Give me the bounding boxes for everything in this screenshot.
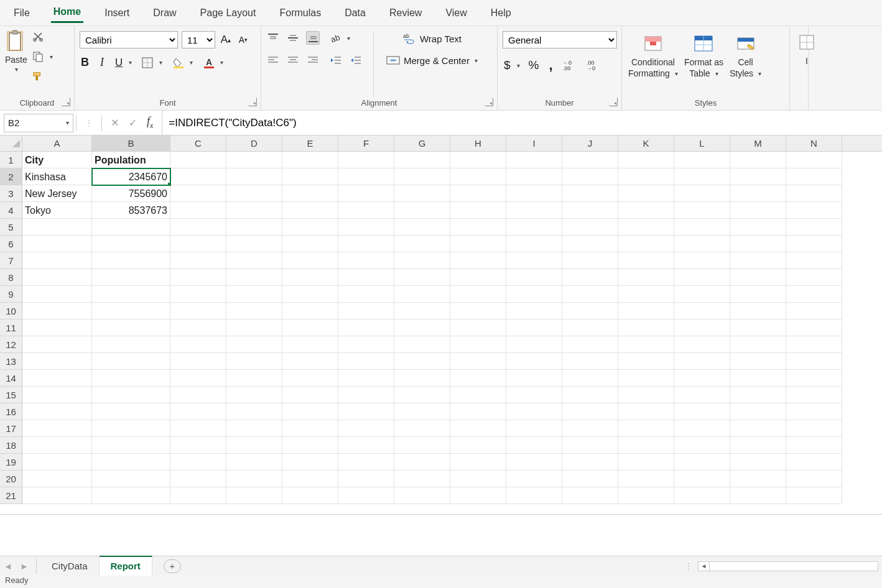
cell-N16[interactable] <box>786 403 842 420</box>
cell-M4[interactable] <box>730 202 786 219</box>
cell-I16[interactable] <box>506 403 562 420</box>
add-sheet-button[interactable]: + <box>164 559 181 573</box>
cell-A21[interactable] <box>22 487 92 504</box>
cell-I9[interactable] <box>506 286 562 303</box>
cell-L20[interactable] <box>674 471 730 487</box>
cell-D6[interactable] <box>226 236 282 252</box>
cell-N17[interactable] <box>786 420 842 437</box>
cell-I7[interactable] <box>506 252 562 269</box>
cell-D19[interactable] <box>226 454 282 471</box>
cell-J11[interactable] <box>562 319 618 336</box>
cell-C20[interactable] <box>170 471 226 487</box>
cell-H6[interactable] <box>450 236 506 252</box>
currency-button[interactable]: $ <box>503 57 512 73</box>
cell-K8[interactable] <box>618 269 674 286</box>
cell-A18[interactable] <box>22 437 92 454</box>
cell-E5[interactable] <box>282 219 338 236</box>
cell-M9[interactable] <box>730 286 786 303</box>
row-header-2[interactable]: 2 <box>0 168 22 185</box>
cell-L3[interactable] <box>674 185 730 202</box>
cell-F19[interactable] <box>338 454 394 471</box>
cell-H10[interactable] <box>450 303 506 319</box>
cell-H3[interactable] <box>450 185 506 202</box>
cell-K10[interactable] <box>618 303 674 319</box>
cell-K6[interactable] <box>618 236 674 252</box>
cell-C21[interactable] <box>170 487 226 504</box>
cell-H19[interactable] <box>450 454 506 471</box>
decrease-indent-button[interactable] <box>328 53 342 67</box>
cell-styles-button[interactable]: Cell Styles▾ <box>728 30 763 80</box>
cell-F7[interactable] <box>338 252 394 269</box>
chevron-down-icon[interactable]: ▾ <box>15 66 18 73</box>
cell-A16[interactable] <box>22 403 92 420</box>
cell-G17[interactable] <box>394 420 450 437</box>
cell-N20[interactable] <box>786 471 842 487</box>
cell-M6[interactable] <box>730 236 786 252</box>
sheet-tab-report[interactable]: Report <box>100 556 152 576</box>
cell-M7[interactable] <box>730 252 786 269</box>
cell-B2[interactable]: 2345670 <box>92 168 170 185</box>
percent-button[interactable]: % <box>527 57 541 73</box>
tab-help[interactable]: Help <box>488 4 514 22</box>
cell-F9[interactable] <box>338 286 394 303</box>
cell-G1[interactable] <box>394 152 450 168</box>
cell-A17[interactable] <box>22 420 92 437</box>
cell-B12[interactable] <box>92 336 170 353</box>
cell-E6[interactable] <box>282 236 338 252</box>
cell-F12[interactable] <box>338 336 394 353</box>
cell-N19[interactable] <box>786 454 842 471</box>
cell-H1[interactable] <box>450 152 506 168</box>
cell-G19[interactable] <box>394 454 450 471</box>
cell-B19[interactable] <box>92 454 170 471</box>
row-header-18[interactable]: 18 <box>0 437 22 454</box>
cell-F14[interactable] <box>338 370 394 387</box>
cell-G21[interactable] <box>394 487 450 504</box>
column-header-D[interactable]: D <box>226 136 282 151</box>
cell-F1[interactable] <box>338 152 394 168</box>
cell-H15[interactable] <box>450 387 506 403</box>
cell-L4[interactable] <box>674 202 730 219</box>
more-icon[interactable]: ⋮ <box>85 119 93 127</box>
cell-B16[interactable] <box>92 403 170 420</box>
cell-D10[interactable] <box>226 303 282 319</box>
cell-J1[interactable] <box>562 152 618 168</box>
cell-H16[interactable] <box>450 403 506 420</box>
row-header-19[interactable]: 19 <box>0 454 22 471</box>
font-color-button[interactable]: A <box>202 56 215 70</box>
cell-D16[interactable] <box>226 403 282 420</box>
cell-H12[interactable] <box>450 336 506 353</box>
cell-L1[interactable] <box>674 152 730 168</box>
tab-file[interactable]: File <box>11 4 32 22</box>
cell-B11[interactable] <box>92 319 170 336</box>
cell-I21[interactable] <box>506 487 562 504</box>
cell-B6[interactable] <box>92 236 170 252</box>
grow-font-button[interactable]: A▴ <box>219 33 233 47</box>
cell-F16[interactable] <box>338 403 394 420</box>
row-header-16[interactable]: 16 <box>0 403 22 420</box>
cell-J8[interactable] <box>562 269 618 286</box>
cell-D4[interactable] <box>226 202 282 219</box>
cell-H11[interactable] <box>450 319 506 336</box>
cell-C14[interactable] <box>170 370 226 387</box>
cell-C18[interactable] <box>170 437 226 454</box>
cell-K21[interactable] <box>618 487 674 504</box>
cell-J5[interactable] <box>562 219 618 236</box>
cell-A7[interactable] <box>22 252 92 269</box>
row-header-9[interactable]: 9 <box>0 286 22 303</box>
cell-E4[interactable] <box>282 202 338 219</box>
row-header-21[interactable]: 21 <box>0 487 22 504</box>
cell-G13[interactable] <box>394 353 450 370</box>
cell-M5[interactable] <box>730 219 786 236</box>
chevron-down-icon[interactable]: ▾ <box>159 59 162 66</box>
align-top-button[interactable] <box>266 31 280 45</box>
cell-F13[interactable] <box>338 353 394 370</box>
column-header-F[interactable]: F <box>338 136 394 151</box>
chevron-down-icon[interactable]: ▾ <box>475 57 478 64</box>
cell-B8[interactable] <box>92 269 170 286</box>
underline-button[interactable]: U <box>114 55 124 70</box>
cell-A13[interactable] <box>22 353 92 370</box>
cell-C2[interactable] <box>170 168 226 185</box>
cell-F21[interactable] <box>338 487 394 504</box>
cell-C19[interactable] <box>170 454 226 471</box>
cell-F4[interactable] <box>338 202 394 219</box>
